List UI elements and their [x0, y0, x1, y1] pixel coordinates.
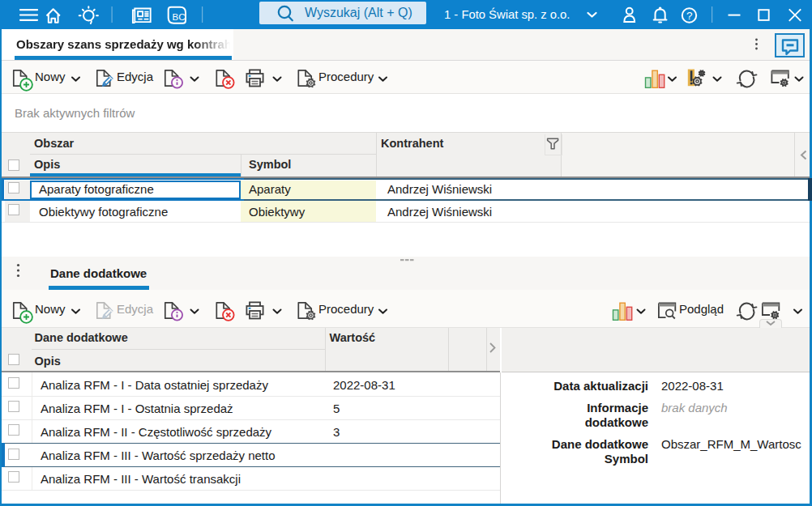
svg-text:?: ?: [686, 10, 693, 22]
svg-text:BC: BC: [173, 12, 186, 22]
